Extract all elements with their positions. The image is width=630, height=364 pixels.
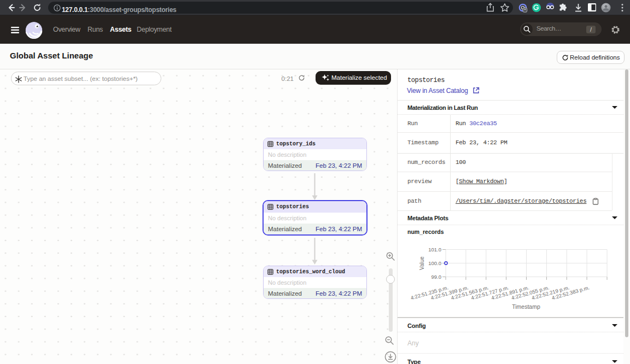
svg-text:101.0: 101.0 (428, 246, 441, 253)
svg-text:100.0: 100.0 (428, 260, 441, 266)
svg-text:Value: Value (419, 256, 425, 270)
svg-text:Timestamp: Timestamp (512, 303, 540, 310)
svg-text:99.0: 99.0 (431, 274, 442, 280)
